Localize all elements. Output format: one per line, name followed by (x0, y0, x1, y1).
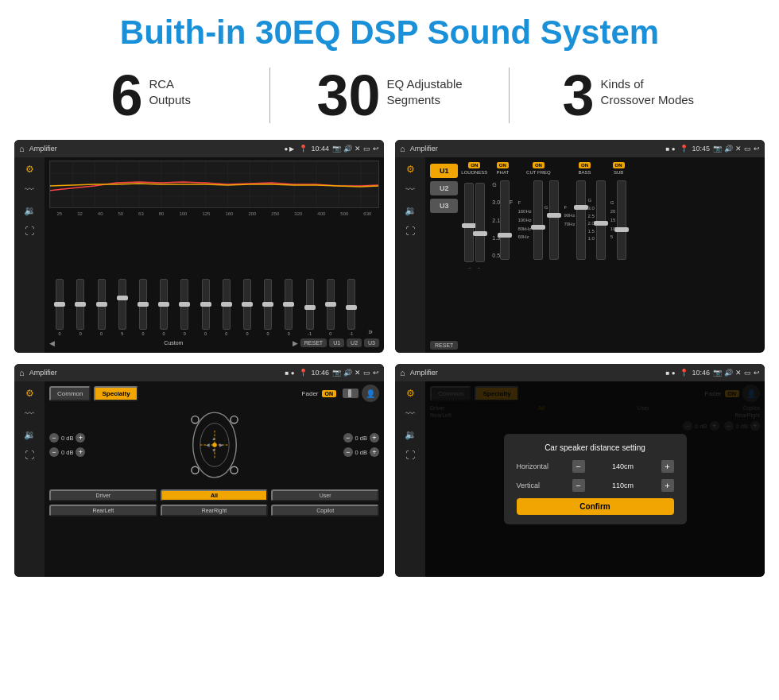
back-icon-4[interactable]: ↩ (754, 369, 760, 377)
eq-main: 253240506380100125160200250320400500630 … (45, 157, 384, 353)
volume-icon-3: 🔊 (343, 369, 352, 377)
bass-slider1[interactable] (576, 180, 586, 260)
person-icon-btn[interactable]: 👤 (362, 385, 379, 402)
screens-grid: ⌂ Amplifier ● ▶ 📍 10:44 📷 🔊 ✕ ▭ ↩ ⚙ 〰 🔉 (0, 135, 779, 585)
fade-sidebar-icon3[interactable]: 🔉 (24, 429, 36, 440)
fade-sidebar-icon1[interactable]: ⚙ (25, 388, 34, 399)
sub-on[interactable]: ON (613, 162, 625, 168)
fade-sidebar: ⚙ 〰 🔉 ⛶ (14, 381, 45, 577)
channel-fr-minus[interactable]: − (343, 433, 353, 443)
phat-on[interactable]: ON (497, 162, 509, 168)
channel-rr-minus[interactable]: − (343, 447, 353, 457)
screen-dialog: ⌂ Amplifier ■ ● 📍 10:46 📷 🔊 ✕ ▭ ↩ ⚙ 〰 🔉 (395, 364, 765, 577)
btn-rearleft[interactable]: RearLeft (49, 505, 157, 516)
back-icon[interactable]: ↩ (373, 145, 379, 153)
channel-fr-plus[interactable]: + (370, 433, 379, 443)
amp-sidebar-icon4[interactable]: ⛶ (405, 226, 415, 237)
eq-icon-active[interactable]: ⚙ (25, 164, 34, 175)
dialog-plus-vertical[interactable]: + (661, 479, 674, 492)
btn-rearright[interactable]: RearRight (161, 505, 269, 516)
home-icon-2[interactable]: ⌂ (400, 144, 405, 153)
cutfreq-on[interactable]: ON (533, 162, 545, 168)
close-icon-2[interactable]: ✕ (735, 145, 742, 153)
fade-sidebar-icon4[interactable]: ⛶ (25, 450, 34, 461)
tab-common[interactable]: Common (49, 386, 91, 401)
close-icon-4[interactable]: ✕ (735, 369, 742, 377)
loudness-slider1[interactable] (464, 183, 474, 262)
bass-slider2[interactable] (596, 180, 606, 260)
channel-rl-plus[interactable]: + (76, 447, 85, 457)
dialog-sidebar-icon4[interactable]: ⛶ (405, 450, 415, 461)
amp-reset-btn[interactable]: RESET (430, 341, 458, 350)
btn-driver[interactable]: Driver (49, 489, 157, 501)
dialog-sidebar-icon1[interactable]: ⚙ (406, 388, 415, 399)
eq-prev-btn[interactable]: ◀ (49, 339, 55, 347)
back-icon-3[interactable]: ↩ (373, 369, 379, 377)
amp-u2-btn[interactable]: U2 (430, 181, 458, 195)
fader-on-badge[interactable]: ON (322, 390, 337, 397)
dialog-label-vertical: Vertical (517, 481, 572, 489)
dialog-minus-horizontal[interactable]: − (572, 460, 585, 473)
channel-fl-minus[interactable]: − (49, 433, 59, 443)
sub-slider[interactable] (617, 180, 626, 260)
eq-reset-btn[interactable]: RESET (300, 338, 327, 347)
btn-user[interactable]: User (271, 489, 379, 501)
stat-text-crossover: Kinds of Crossover Modes (601, 67, 695, 107)
amp-sidebar-icon1[interactable]: ⚙ (406, 164, 415, 175)
amp-sidebar-icon2[interactable]: 〰 (405, 184, 415, 195)
status-icons-2: 📷 🔊 ✕ ▭ ↩ (713, 145, 760, 153)
close-icon[interactable]: ✕ (355, 145, 361, 153)
back-icon-2[interactable]: ↩ (754, 145, 760, 153)
ctrl-cutfreq: ON CUT FREQ F160Hz100Hz80kHz60Hz G (517, 162, 559, 350)
loudness-on[interactable]: ON (468, 162, 480, 168)
dialog-overlay: Car speaker distance setting Horizontal … (425, 381, 765, 577)
eq-slider-12: -1 (306, 279, 314, 336)
dialog-value-horizontal: 140cm (585, 462, 661, 470)
ctrl-sub: ON SUB G2015105 (610, 162, 627, 350)
loudness-slider2[interactable] (475, 183, 485, 262)
phat-slider[interactable] (500, 180, 510, 260)
dialog-minus-vertical[interactable]: − (572, 479, 585, 492)
bass-on[interactable]: ON (579, 162, 591, 168)
amp-u3-btn[interactable]: U3 (430, 199, 458, 213)
eq-u3-btn[interactable]: U3 (364, 338, 379, 347)
screen1-time: 10:44 (311, 145, 329, 153)
volume-icon-4: 🔊 (724, 369, 733, 377)
cutfreq-slider1[interactable] (533, 180, 543, 260)
fader-label: Fader (302, 390, 319, 397)
channel-rr-plus[interactable]: + (370, 447, 379, 457)
stat-number-rca: 6 (110, 67, 142, 124)
eq-content: ⚙ 〰 🔉 ⛶ (14, 157, 384, 353)
tab-specialty[interactable]: Specialty (94, 386, 138, 401)
amp-u1-btn[interactable]: U1 (430, 164, 458, 178)
eq-icon-vol[interactable]: 🔉 (24, 205, 36, 216)
home-icon-4[interactable]: ⌂ (400, 368, 405, 377)
dialog-sidebar-icon2[interactable]: 〰 (405, 408, 415, 420)
btn-all[interactable]: All (161, 489, 269, 501)
eq-icon-wave[interactable]: 〰 (25, 184, 34, 195)
eq-next-btn[interactable]: ▶ (293, 339, 298, 347)
volume-icon: 🔊 (343, 145, 352, 153)
amp-sidebar-icon3[interactable]: 🔉 (405, 205, 417, 216)
channel-fl-plus[interactable]: + (76, 433, 85, 443)
channel-rr: − 0 dB + (343, 447, 379, 457)
home-icon-3[interactable]: ⌂ (19, 368, 25, 377)
home-icon[interactable]: ⌂ (19, 144, 25, 153)
dialog-plus-horizontal[interactable]: + (661, 460, 674, 473)
channel-fr: − 0 dB + (343, 433, 379, 443)
confirm-button[interactable]: Confirm (517, 498, 674, 515)
channel-rl-minus[interactable]: − (49, 447, 59, 457)
stat-divider-2 (509, 68, 510, 123)
cutfreq-slider2[interactable] (549, 180, 559, 260)
fade-sidebar-icon2[interactable]: 〰 (25, 408, 34, 420)
eq-slider-4: 0 (139, 279, 147, 336)
eq-u1-btn[interactable]: U1 (329, 338, 344, 347)
btn-copilot[interactable]: Copilot (271, 505, 379, 516)
close-icon-3[interactable]: ✕ (355, 369, 361, 377)
screen1-title: Amplifier (29, 145, 285, 153)
screen3-time: 10:46 (311, 369, 329, 377)
eq-icon-expand[interactable]: ⛶ (25, 226, 34, 237)
eq-u2-btn[interactable]: U2 (347, 338, 362, 347)
dialog-sidebar-icon3[interactable]: 🔉 (405, 429, 417, 440)
statusbar-4: ⌂ Amplifier ■ ● 📍 10:46 📷 🔊 ✕ ▭ ↩ (395, 364, 765, 381)
